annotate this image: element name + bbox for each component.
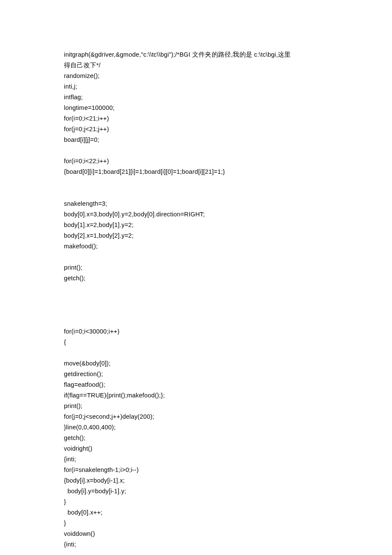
code-line: body[0].x++; (64, 507, 328, 518)
code-line: randomize(); (64, 71, 328, 81)
code-line: voiddown() (64, 529, 328, 539)
blank-line (64, 145, 328, 156)
code-line: } (64, 518, 328, 529)
code-line: } (64, 497, 328, 507)
document-page: initgraph(&gdriver,&gmode,"c:\\tc\\bgi")… (0, 0, 392, 555)
blank-line (64, 188, 328, 198)
code-line: board[i][j]=0; (64, 135, 328, 145)
blank-line (64, 316, 328, 326)
code-line: inti,j; (64, 81, 328, 92)
blank-line (64, 348, 328, 358)
code-line: for(i=0;i<30000;i++) (64, 326, 328, 337)
code-line: intflag; (64, 92, 328, 103)
blank-line (64, 294, 328, 305)
code-line: for(j=0;j<21;j++) (64, 124, 328, 135)
blank-line (64, 177, 328, 188)
code-line: {inti; (64, 454, 328, 465)
code-line: makefood(); (64, 241, 328, 252)
code-line: move(&body[0]); (64, 358, 328, 369)
code-line: {inti; (64, 539, 328, 550)
code-line: voidright() (64, 443, 328, 454)
code-line: body[1].x=2,body[1].y=2; (64, 220, 328, 230)
code-line: if(flag==TRUE){print();makefood();}; (64, 390, 328, 401)
code-line: initgraph(&gdriver,&gmode,"c:\\tc\\bgi")… (64, 49, 328, 60)
code-line: longtime=100000; (64, 103, 328, 113)
code-line: }line(0,0,400,400); (64, 422, 328, 433)
code-line: snakelength=3; (64, 198, 328, 209)
blank-line (64, 252, 328, 262)
code-line: for(j=0;j<second;j++)delay(200); (64, 411, 328, 422)
code-line: getdirection(); (64, 369, 328, 380)
code-line: print(); (64, 401, 328, 411)
code-line: getch(); (64, 433, 328, 443)
code-line: 得自己改下*/ (64, 60, 328, 71)
code-line: print(); (64, 262, 328, 273)
code-line: for(i=snakelength-1;i>0;i--) (64, 465, 328, 475)
blank-line (64, 284, 328, 294)
code-line: for(i=0;i<21;i++) (64, 113, 328, 124)
code-line: body[i].y=body[i-1].y; (64, 486, 328, 497)
code-line: body[0].x=3,body[0].y=2,body[0].directio… (64, 209, 328, 220)
code-line: { (64, 337, 328, 348)
code-line: {board[0][i]=1;board[21][i]=1;board[i][0… (64, 167, 328, 177)
code-line: for(i=0;i<22;i++) (64, 156, 328, 167)
code-line: body[2].x=1,body[2].y=2; (64, 230, 328, 241)
code-line: getch(); (64, 273, 328, 284)
code-line: {body[i].x=body[i-1].x; (64, 475, 328, 486)
blank-line (64, 305, 328, 316)
code-line: flag=eatfood(); (64, 380, 328, 390)
